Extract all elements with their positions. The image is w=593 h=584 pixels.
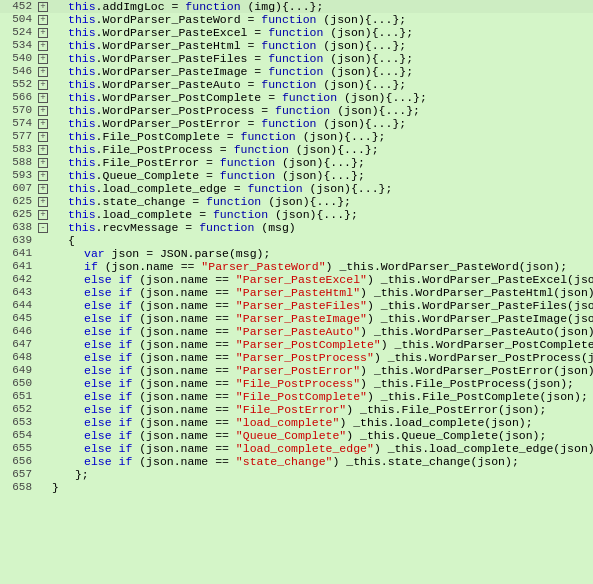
token: (json): [323, 65, 371, 78]
expand-icon[interactable]: +: [36, 104, 50, 117]
token: (img): [241, 0, 282, 13]
token: {...}: [372, 26, 407, 39]
token: (json): [289, 143, 337, 156]
token: }: [52, 481, 59, 494]
token: else if: [84, 377, 132, 390]
token: {...}: [365, 78, 400, 91]
token: "File_PostError": [236, 403, 346, 416]
expand-icon[interactable]: +: [36, 182, 50, 195]
code-content: this.load_complete_edge = function (json…: [50, 182, 593, 195]
expand-icon[interactable]: +: [36, 143, 50, 156]
code-line: 625+this.state_change = function (json){…: [0, 195, 593, 208]
token: "Parser_PostComplete": [236, 338, 381, 351]
token: (json.name ==: [132, 390, 236, 403]
expand-icon[interactable]: +: [36, 91, 50, 104]
code-line: 653 else if (json.name == "load_complete…: [0, 416, 593, 429]
token: .Queue_Complete =: [96, 169, 220, 182]
token: (json.name ==: [132, 286, 236, 299]
token: else if: [84, 429, 132, 442]
code-content: else if (json.name == "Parser_PostProces…: [50, 351, 593, 364]
code-content: }: [50, 481, 593, 494]
line-number: 583: [0, 143, 36, 156]
token: ) _this.File_PostError(json);: [346, 403, 546, 416]
expand-icon[interactable]: +: [36, 78, 50, 91]
code-line: 654 else if (json.name == "Queue_Complet…: [0, 429, 593, 442]
token: else if: [84, 351, 132, 364]
collapse-icon[interactable]: -: [36, 221, 50, 234]
token: ;: [399, 13, 406, 26]
token: this: [68, 221, 96, 234]
token: function: [261, 13, 316, 26]
code-line: 577+this.File_PostComplete = function (j…: [0, 130, 593, 143]
token: this: [68, 182, 96, 195]
code-line: 657 };: [0, 468, 593, 481]
code-content: else if (json.name == "Parser_PasteExcel…: [50, 273, 593, 286]
token: (json.name ==: [132, 273, 236, 286]
code-line: 645 else if (json.name == "Parser_PasteI…: [0, 312, 593, 325]
line-number: 540: [0, 52, 36, 65]
token: this: [68, 195, 96, 208]
token: ;: [399, 78, 406, 91]
code-line: 504+this.WordParser_PasteWord = function…: [0, 13, 593, 26]
expand-icon[interactable]: +: [36, 169, 50, 182]
code-line: 658 }: [0, 481, 593, 494]
expand-icon[interactable]: +: [36, 39, 50, 52]
code-line: 534+this.WordParser_PasteHtml = function…: [0, 39, 593, 52]
token: else if: [84, 403, 132, 416]
token: (json): [303, 182, 351, 195]
token: "Parser_PasteAuto": [236, 325, 360, 338]
expand-icon[interactable]: +: [36, 208, 50, 221]
code-line: 642 else if (json.name == "Parser_PasteE…: [0, 273, 593, 286]
expand-icon[interactable]: +: [36, 195, 50, 208]
line-number: 656: [0, 455, 36, 468]
code-content: else if (json.name == "state_change") _t…: [50, 455, 593, 468]
code-content: this.WordParser_PostError = function (js…: [50, 117, 593, 130]
expand-icon[interactable]: +: [36, 65, 50, 78]
token: ) _this.WordParser_PostError(json);: [360, 364, 593, 377]
code-line: 566+this.WordParser_PostComplete = funct…: [0, 91, 593, 104]
token: "Parser_PasteWord": [201, 260, 325, 273]
code-content: this.WordParser_PasteWord = function (js…: [50, 13, 593, 26]
token: ) _this.state_change(json);: [332, 455, 518, 468]
token: "Parser_PasteHtml": [236, 286, 360, 299]
token: .WordParser_PasteImage =: [96, 65, 269, 78]
expand-icon[interactable]: +: [36, 13, 50, 26]
code-line: 607+this.load_complete_edge = function (…: [0, 182, 593, 195]
token: function: [261, 39, 316, 52]
token: .load_complete_edge =: [96, 182, 248, 195]
token: (json): [316, 39, 364, 52]
line-number: 534: [0, 39, 36, 52]
code-content: else if (json.name == "Parser_PostComple…: [50, 338, 593, 351]
code-line: 552+this.WordParser_PasteAuto = function…: [0, 78, 593, 91]
token: else if: [84, 325, 132, 338]
token: .WordParser_PasteHtml =: [96, 39, 262, 52]
expand-icon[interactable]: +: [36, 117, 50, 130]
code-line: 638-this.recvMessage = function (msg): [0, 221, 593, 234]
expand-icon[interactable]: +: [36, 26, 50, 39]
code-content: {: [50, 234, 593, 247]
token: .WordParser_PasteWord =: [96, 13, 262, 26]
token: .WordParser_PostError =: [96, 117, 262, 130]
code-content: this.File_PostComplete = function (json)…: [50, 130, 593, 143]
token: (json.name ==: [132, 455, 236, 468]
token: this: [68, 65, 96, 78]
token: this: [68, 52, 96, 65]
token: {: [68, 234, 75, 247]
expand-icon[interactable]: +: [36, 156, 50, 169]
code-line: 652 else if (json.name == "File_PostErro…: [0, 403, 593, 416]
token: else if: [84, 338, 132, 351]
expand-icon[interactable]: +: [36, 52, 50, 65]
token: function: [234, 143, 289, 156]
token: (json.name ==: [132, 442, 236, 455]
expand-icon[interactable]: +: [36, 130, 50, 143]
token: {...}: [379, 104, 414, 117]
token: this: [68, 169, 96, 182]
line-number: 607: [0, 182, 36, 195]
token: ;: [406, 52, 413, 65]
code-content: else if (json.name == "Parser_PasteHtml"…: [50, 286, 593, 299]
line-number: 647: [0, 338, 36, 351]
code-line: 583+this.File_PostProcess = function (js…: [0, 143, 593, 156]
code-line: 644 else if (json.name == "Parser_PasteF…: [0, 299, 593, 312]
expand-icon[interactable]: +: [36, 0, 50, 13]
token: ;: [399, 117, 406, 130]
